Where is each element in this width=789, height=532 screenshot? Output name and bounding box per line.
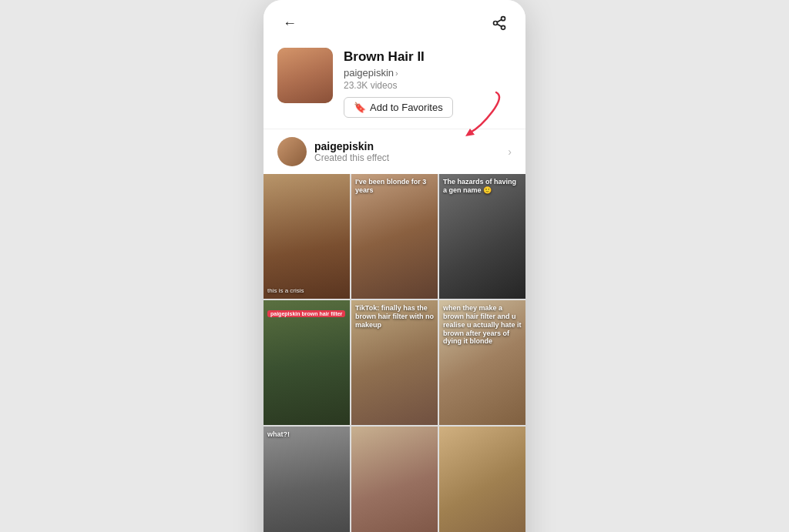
video-overlay-text: when they make a brown hair filter and u…	[443, 304, 522, 346]
video-cell[interactable]: The hazards of having a gen name 🙂	[439, 174, 525, 299]
phone-frame: ← Brown Hair II paigepiskin › 23.3K vide…	[264, 0, 525, 532]
creator-avatar	[277, 137, 307, 166]
video-overlay-text: I've been blonde for 3 years	[355, 178, 434, 195]
creator-chevron-icon: ›	[508, 146, 512, 158]
bookmark-icon: 🔖	[354, 102, 366, 113]
video-cell[interactable]	[351, 427, 438, 532]
effect-title: Brown Hair II	[344, 49, 512, 65]
video-cell[interactable]: when they make a brown hair filter and u…	[439, 300, 525, 425]
share-button[interactable]	[487, 11, 512, 35]
video-cell[interactable]: paigepiskin brown hair filter	[264, 300, 350, 425]
video-cell[interactable]	[439, 427, 525, 532]
effect-author[interactable]: paigepiskin ›	[344, 67, 512, 79]
video-grid: this is a crisis I've been blonde for 3 …	[264, 174, 525, 532]
video-cell[interactable]: TikTok: finally has the brown hair filte…	[351, 300, 438, 425]
video-overlay-text: The hazards of having a gen name 🙂	[443, 178, 522, 195]
effect-thumbnail	[277, 48, 333, 103]
video-cell[interactable]: this is a crisis	[264, 174, 350, 299]
video-overlay-text: what?!	[267, 430, 346, 439]
back-button[interactable]: ←	[277, 11, 302, 35]
svg-line-4	[497, 19, 502, 22]
creator-info: paigepiskin Created this effect	[314, 140, 508, 163]
video-overlay-text: TikTok: finally has the brown hair filte…	[355, 304, 434, 329]
top-navigation: ←	[264, 0, 525, 42]
video-tag: paigepiskin brown hair filter	[267, 310, 345, 317]
video-cell[interactable]: I've been blonde for 3 years	[351, 174, 438, 299]
video-cell[interactable]: what?!	[264, 427, 350, 532]
svg-line-3	[497, 24, 502, 26]
creator-name: paigepiskin	[314, 140, 508, 152]
creator-subtitle: Created this effect	[314, 152, 508, 163]
author-chevron-icon: ›	[395, 69, 398, 78]
video-overlay-text: this is a crisis	[267, 287, 346, 294]
